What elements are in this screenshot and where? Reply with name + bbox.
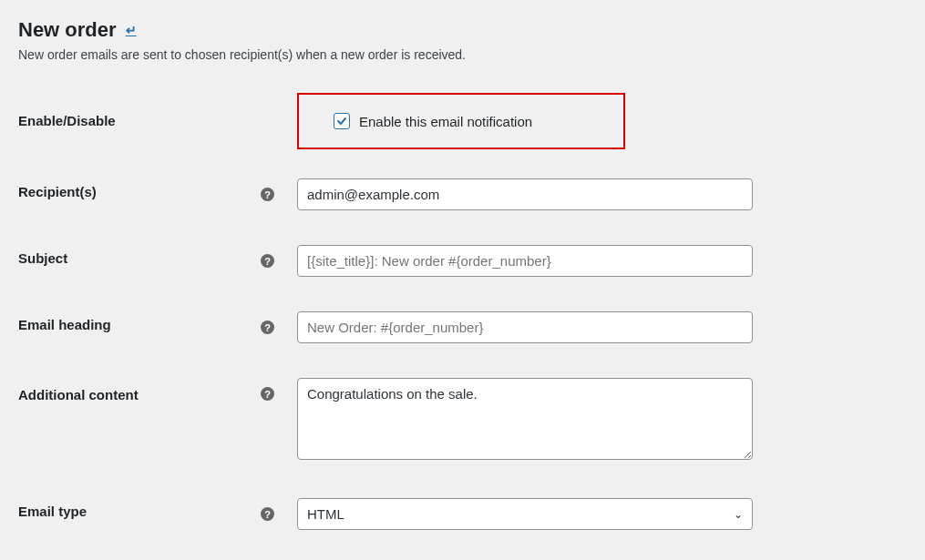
help-icon[interactable]: ? (261, 254, 274, 268)
page-title: New order (18, 18, 117, 42)
help-icon[interactable]: ? (261, 507, 274, 521)
enable-highlight-box: Enable this email notification (297, 93, 625, 149)
additional-textarea[interactable]: Congratulations on the sale. (297, 378, 753, 460)
subject-label: Subject (18, 245, 261, 266)
enable-checkbox[interactable] (334, 113, 350, 129)
back-icon[interactable]: ↵ (126, 23, 137, 37)
enable-checkbox-label: Enable this email notification (359, 114, 532, 129)
enable-label: Enable/Disable (18, 93, 261, 128)
help-icon[interactable]: ? (261, 188, 274, 201)
heading-input[interactable] (297, 311, 753, 343)
subject-input[interactable] (297, 245, 753, 277)
recipients-input[interactable] (297, 178, 753, 210)
page-description: New order emails are sent to chosen reci… (18, 47, 907, 62)
help-icon[interactable]: ? (261, 321, 274, 334)
email-type-selected: HTML (307, 506, 344, 522)
help-icon[interactable]: ? (261, 387, 274, 401)
chevron-down-icon: ⌄ (734, 508, 743, 521)
heading-label: Email heading (18, 311, 261, 332)
additional-label: Additional content (18, 378, 261, 402)
email-type-select[interactable]: HTML ⌄ (297, 498, 753, 530)
email-type-label: Email type (18, 498, 261, 519)
recipients-label: Recipient(s) (18, 178, 261, 199)
